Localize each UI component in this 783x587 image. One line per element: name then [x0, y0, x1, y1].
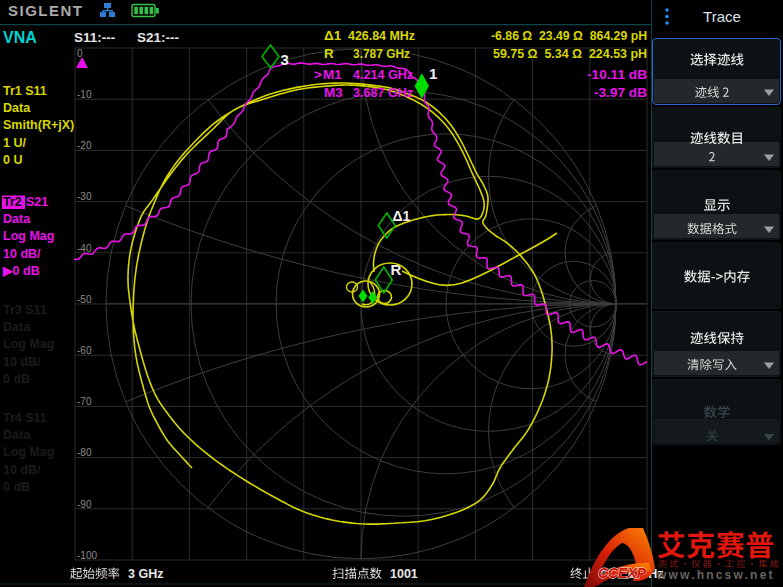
svg-text:CCEXP: CCEXP [598, 564, 647, 581]
svg-text:R: R [391, 261, 402, 278]
svg-text:3 GHz: 3 GHz [128, 567, 163, 581]
svg-text:3.687 GHz: 3.687 GHz [353, 85, 413, 100]
svg-text:3.787 GHz: 3.787 GHz [353, 46, 410, 61]
svg-text:4.214 GHz: 4.214 GHz [353, 67, 413, 82]
svg-text:1001: 1001 [390, 567, 418, 581]
svg-text:Tr1 S11: Tr1 S11 [3, 84, 47, 98]
svg-text:Data: Data [3, 101, 31, 115]
svg-text:S21:---: S21:--- [137, 30, 179, 45]
svg-text:0 U: 0 U [3, 153, 22, 167]
svg-text:Data: Data [3, 428, 31, 442]
svg-text:Tr3 S11: Tr3 S11 [3, 303, 47, 317]
svg-text:1 U/: 1 U/ [3, 136, 26, 150]
svg-text:-100: -100 [77, 550, 97, 561]
svg-text:10 dB/: 10 dB/ [3, 463, 41, 477]
svg-text:Log Mag: Log Mag [3, 337, 54, 351]
svg-text:-90: -90 [77, 499, 92, 510]
svg-text:Data: Data [3, 320, 31, 334]
svg-text:Trace: Trace [703, 8, 741, 25]
svg-text:3: 3 [281, 51, 289, 68]
svg-text:0 dB: 0 dB [3, 480, 30, 494]
svg-text:Tr2: Tr2 [3, 195, 22, 209]
svg-text:-6.86 Ω 23.49 Ω 864.29 pH: -6.86 Ω 23.49 Ω 864.29 pH [491, 28, 647, 43]
svg-text:59.75 Ω 5.34 Ω 224.53 pH: 59.75 Ω 5.34 Ω 224.53 pH [493, 46, 647, 61]
svg-text:-20: -20 [77, 140, 92, 151]
svg-text:-10: -10 [77, 89, 92, 100]
svg-text:426.84 MHz: 426.84 MHz [348, 28, 415, 43]
svg-text:Smith(R+jX): Smith(R+jX) [3, 118, 74, 132]
svg-text:M3: M3 [324, 85, 343, 100]
svg-text:-70: -70 [77, 396, 92, 407]
svg-text:VNA: VNA [3, 29, 37, 46]
svg-text:R: R [324, 46, 334, 61]
svg-text:0 dB: 0 dB [3, 372, 30, 386]
svg-text:Log Mag: Log Mag [3, 229, 54, 243]
svg-text:-60: -60 [77, 345, 92, 356]
svg-text:Δ1: Δ1 [324, 28, 342, 43]
svg-text:Log Mag: Log Mag [3, 445, 54, 459]
svg-text:Tr4 S11: Tr4 S11 [3, 411, 47, 425]
svg-text:10 dB/: 10 dB/ [3, 247, 41, 261]
svg-text:1: 1 [429, 65, 437, 82]
svg-text:-80: -80 [77, 447, 92, 458]
svg-text:www.hncsw.net: www.hncsw.net [656, 568, 775, 582]
svg-text:SIGLENT: SIGLENT [8, 2, 84, 19]
svg-text:-50: -50 [77, 294, 92, 305]
svg-text:S21: S21 [26, 195, 48, 209]
svg-text:-40: -40 [77, 243, 92, 254]
svg-text:-3.97 dB: -3.97 dB [594, 85, 647, 100]
svg-text:Δ1: Δ1 [393, 208, 411, 224]
svg-text:M1: M1 [323, 67, 342, 82]
svg-text:-30: -30 [77, 191, 92, 202]
svg-text:>: > [314, 67, 322, 82]
svg-text:S11:---: S11:--- [74, 30, 115, 45]
svg-text:▶0 dB: ▶0 dB [2, 264, 40, 278]
svg-text:10 dB/: 10 dB/ [3, 355, 41, 369]
svg-text:-10.11 dB: -10.11 dB [587, 67, 647, 82]
svg-text:Data: Data [3, 212, 31, 226]
